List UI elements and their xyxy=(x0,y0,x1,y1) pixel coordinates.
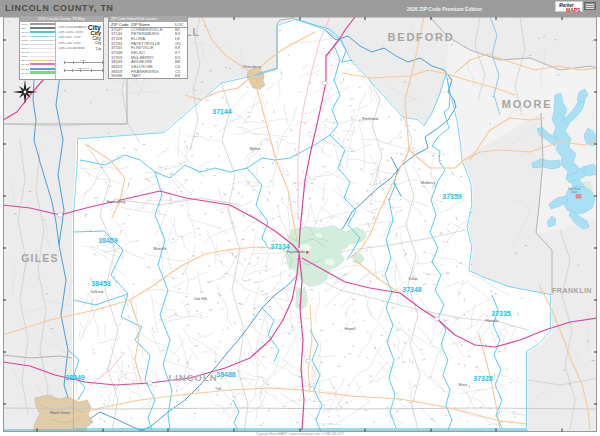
svg-text:Molino: Molino xyxy=(250,147,261,151)
svg-text:Taft: Taft xyxy=(215,387,221,391)
svg-text:LINCOLN: LINCOLN xyxy=(168,372,217,383)
svg-text:37335: 37335 xyxy=(491,310,511,317)
svg-text:Mulberry: Mulberry xyxy=(421,181,435,185)
svg-text:37348: 37348 xyxy=(402,286,422,293)
svg-text:Blanche: Blanche xyxy=(154,247,167,251)
svg-text:BEDFORD: BEDFORD xyxy=(388,31,455,43)
svg-text:Lake: Lake xyxy=(571,190,578,194)
svg-text:Dellrose: Dellrose xyxy=(90,290,103,294)
svg-text:Flintville: Flintville xyxy=(486,319,499,323)
svg-text:Smithland: Smithland xyxy=(362,117,378,121)
svg-text:38488: 38488 xyxy=(216,371,236,378)
svg-text:Elora: Elora xyxy=(459,383,467,387)
svg-text:Fayetteville: Fayetteville xyxy=(287,250,305,254)
svg-text:Kelso: Kelso xyxy=(409,277,418,281)
svg-text:38459: 38459 xyxy=(98,237,118,244)
svg-text:Petersburg: Petersburg xyxy=(243,65,261,69)
svg-text:FRANKLIN: FRANKLIN xyxy=(552,286,592,295)
svg-text:37144: 37144 xyxy=(212,108,232,115)
svg-text:38449: 38449 xyxy=(65,374,85,381)
svg-text:MOORE: MOORE xyxy=(502,98,553,110)
svg-text:Hazel Green: Hazel Green xyxy=(50,411,70,415)
svg-text:Oak Hill: Oak Hill xyxy=(194,297,207,301)
svg-text:37328: 37328 xyxy=(473,375,493,382)
svg-text:GILES: GILES xyxy=(21,252,59,264)
svg-text:37359: 37359 xyxy=(442,193,462,200)
svg-text:Howell: Howell xyxy=(345,327,356,331)
svg-text:38453: 38453 xyxy=(91,280,111,287)
svg-text:Frankewing: Frankewing xyxy=(107,200,126,204)
svg-text:37334: 37334 xyxy=(270,243,290,250)
